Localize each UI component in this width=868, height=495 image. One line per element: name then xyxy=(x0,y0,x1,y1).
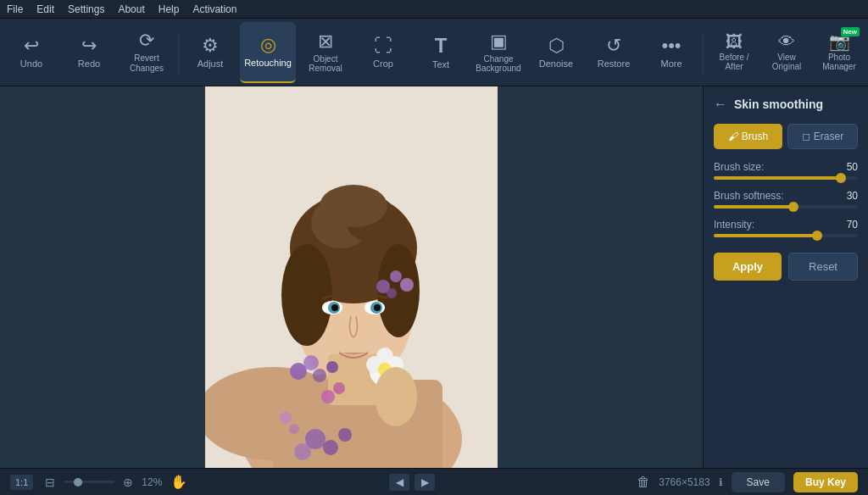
next-button[interactable]: ▶ xyxy=(415,474,435,491)
menu-help[interactable]: Help xyxy=(159,3,180,15)
object-removal-button[interactable]: ⊠ ObjectRemoval xyxy=(298,22,353,83)
eraser-button[interactable]: ◻ Eraser xyxy=(787,124,858,149)
right-panel: ← Skin smoothing 🖌 Brush ◻ Eraser Brush … xyxy=(703,86,868,468)
toolbar: ↩ Undo ↪ Redo ⟳ RevertChanges ⚙ Adjust ◎… xyxy=(0,19,868,86)
svg-point-11 xyxy=(320,185,387,227)
view-original-button[interactable]: 👁 ViewOriginal xyxy=(761,22,812,83)
svg-point-25 xyxy=(326,361,338,373)
svg-point-39 xyxy=(280,412,292,424)
change-bg-label: ChangeBackground xyxy=(476,54,520,73)
svg-point-20 xyxy=(387,288,397,298)
change-bg-button[interactable]: ▣ ChangeBackground xyxy=(470,22,526,83)
menu-edit[interactable]: Edit xyxy=(36,3,54,15)
retouching-icon: ◎ xyxy=(260,36,276,54)
divider-1 xyxy=(178,31,179,74)
crop-button[interactable]: ⛶ Crop xyxy=(355,22,411,83)
brush-size-label: Brush size: xyxy=(714,161,764,173)
undo-icon: ↩ xyxy=(24,36,39,55)
eraser-icon: ◻ xyxy=(802,131,810,142)
brush-softness-row: Brush softness: 30 xyxy=(714,190,858,209)
text-button[interactable]: T Text xyxy=(413,22,469,83)
brush-softness-slider[interactable] xyxy=(714,205,858,209)
revert-button[interactable]: ⟳ RevertChanges xyxy=(119,22,175,83)
brush-size-row: Brush size: 50 xyxy=(714,161,858,180)
svg-point-16 xyxy=(331,304,338,311)
prev-button[interactable]: ◀ xyxy=(389,474,409,491)
denoise-button[interactable]: ⬡ Denoise xyxy=(528,22,584,83)
main-content: ← Skin smoothing 🖌 Brush ◻ Eraser Brush … xyxy=(0,86,868,468)
revert-icon: ⟳ xyxy=(139,31,154,50)
more-button[interactable]: ••• More xyxy=(643,22,699,83)
delete-button[interactable]: 🗑 xyxy=(637,475,650,490)
text-icon: T xyxy=(435,36,448,56)
before-after-label: Before /After xyxy=(719,53,748,71)
crop-label: Crop xyxy=(373,58,393,69)
brush-softness-thumb[interactable] xyxy=(788,202,798,212)
hand-tool-icon[interactable]: ✋ xyxy=(170,474,187,490)
svg-point-23 xyxy=(303,355,319,370)
restore-button[interactable]: ↺ Restore xyxy=(586,22,642,83)
before-after-icon: 🖼 xyxy=(726,33,743,50)
mode-toggle: 🖌 Brush ◻ Eraser xyxy=(714,124,858,149)
zoom-controls: ⊟ ⊕ 12% xyxy=(42,474,162,491)
before-after-button[interactable]: 🖼 Before /After xyxy=(709,22,760,83)
ratio-button[interactable]: 1:1 xyxy=(10,475,33,490)
view-original-label: ViewOriginal xyxy=(772,53,801,71)
denoise-icon: ⬡ xyxy=(548,36,565,55)
svg-point-36 xyxy=(294,443,311,460)
brush-size-slider[interactable] xyxy=(714,176,858,180)
svg-point-40 xyxy=(289,424,299,434)
revert-label: RevertChanges xyxy=(130,53,164,74)
canvas-area[interactable] xyxy=(0,86,703,468)
intensity-slider[interactable] xyxy=(714,234,858,237)
reset-button[interactable]: Reset xyxy=(788,253,858,281)
info-icon[interactable]: ℹ xyxy=(719,476,723,488)
svg-point-38 xyxy=(338,428,352,442)
panel-header: ← Skin smoothing xyxy=(714,97,858,112)
apply-button[interactable]: Apply xyxy=(714,253,782,281)
svg-point-21 xyxy=(400,278,414,292)
brush-size-fill xyxy=(714,176,841,180)
menu-activation[interactable]: Activation xyxy=(192,3,236,15)
buy-key-button[interactable]: Buy Key xyxy=(793,472,858,492)
photo-canvas xyxy=(204,86,498,468)
brush-icon: 🖌 xyxy=(728,131,738,142)
panel-title: Skin smoothing xyxy=(734,97,823,111)
retouching-label: Retouching xyxy=(244,58,292,68)
retouching-button[interactable]: ◎ Retouching xyxy=(240,22,296,83)
back-button[interactable]: ← xyxy=(714,97,727,112)
zoom-thumb[interactable] xyxy=(74,478,82,487)
svg-point-34 xyxy=(375,367,417,426)
brush-softness-fill xyxy=(714,205,793,209)
intensity-label: Intensity: xyxy=(714,219,754,231)
restore-icon: ↺ xyxy=(606,36,621,55)
undo-button[interactable]: ↩ Undo xyxy=(3,22,59,83)
brush-button[interactable]: 🖌 Brush xyxy=(714,124,782,149)
svg-point-19 xyxy=(390,270,402,282)
brush-softness-label: Brush softness: xyxy=(714,190,784,202)
bottombar: 1:1 ⊟ ⊕ 12% ✋ ◀ ▶ 🗑 3766×5183 ℹ Save Buy… xyxy=(0,468,868,495)
save-button[interactable]: Save xyxy=(732,472,785,492)
svg-point-7 xyxy=(281,244,332,346)
adjust-icon: ⚙ xyxy=(202,36,219,55)
restore-label: Restore xyxy=(598,58,631,69)
portrait-image xyxy=(205,86,498,468)
menu-file[interactable]: File xyxy=(7,3,23,15)
svg-point-24 xyxy=(313,369,326,382)
view-original-icon: 👁 xyxy=(778,33,795,50)
redo-button[interactable]: ↪ Redo xyxy=(61,22,117,83)
brush-size-thumb[interactable] xyxy=(836,173,846,183)
zoom-out-button[interactable]: ⊟ xyxy=(42,474,58,491)
photo-manager-button[interactable]: New 📷 PhotoManager xyxy=(814,22,865,83)
new-badge: New xyxy=(841,27,860,36)
intensity-thumb[interactable] xyxy=(812,231,822,241)
menu-about[interactable]: About xyxy=(118,3,144,15)
zoom-in-button[interactable]: ⊕ xyxy=(120,474,136,491)
zoom-slider[interactable] xyxy=(64,481,114,483)
brush-softness-value: 30 xyxy=(847,190,858,202)
redo-label: Redo xyxy=(78,58,100,69)
image-info: 3766×5183 xyxy=(659,476,709,488)
intensity-fill xyxy=(714,234,817,237)
menu-settings[interactable]: Settings xyxy=(68,3,104,15)
adjust-button[interactable]: ⚙ Adjust xyxy=(182,22,238,83)
